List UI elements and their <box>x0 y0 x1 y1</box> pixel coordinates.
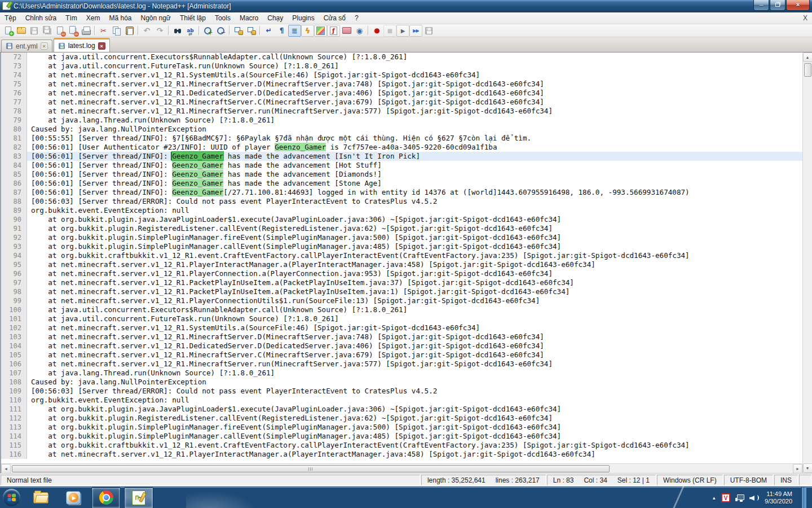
indent-guide-button[interactable] <box>288 25 301 37</box>
scroll-up-arrow-icon[interactable]: ▲ <box>803 52 812 62</box>
log-line-114[interactable]: 114 at org.bukkit.plugin.SimplePluginMan… <box>1 432 802 441</box>
menu-item-xem[interactable]: Xem <box>82 12 105 24</box>
log-line-73[interactable]: 73 at java.util.concurrent.FutureTask.ru… <box>1 62 802 71</box>
open-file-button[interactable] <box>15 25 28 37</box>
print-button[interactable] <box>80 25 92 37</box>
log-line-85[interactable]: 85[00:56:01] [Server thread/INFO]: Geenz… <box>1 170 802 179</box>
close-button[interactable] <box>54 25 67 37</box>
log-line-115[interactable]: 115 at org.bukkit.craftbukkit.v1_12_R1.e… <box>1 441 802 450</box>
log-line-105[interactable]: 105 at net.minecraft.server.v1_12_R1.Min… <box>1 351 802 360</box>
copy-button[interactable] <box>110 25 123 37</box>
log-line-97[interactable]: 97 at net.minecraft.server.v1_12_R1.Pack… <box>1 278 802 287</box>
log-line-78[interactable]: 78 at net.minecraft.server.v1_12_R1.Mine… <box>1 107 802 116</box>
close-document-x[interactable]: X <box>803 14 807 22</box>
zoom-out-button[interactable] <box>214 25 227 37</box>
function-list-button[interactable] <box>327 25 340 37</box>
status-eol-format[interactable]: Windows (CR LF) <box>657 475 723 485</box>
zoom-in-button[interactable] <box>201 25 214 37</box>
log-line-112[interactable]: 112 at org.bukkit.plugin.RegisteredListe… <box>1 414 802 423</box>
restore-button[interactable] <box>770 0 785 11</box>
close-button[interactable]: × <box>786 0 810 11</box>
log-line-98[interactable]: 98 at net.minecraft.server.v1_12_R1.Pack… <box>1 287 802 296</box>
replace-button[interactable] <box>184 25 197 37</box>
new-file-button[interactable] <box>2 25 15 37</box>
menu-item-tools[interactable]: Tools <box>210 12 235 24</box>
log-line-83[interactable]: 83[00:56:01] [Server thread/INFO]: Geenz… <box>1 152 802 161</box>
scroll-down-arrow-icon[interactable]: ▼ <box>803 463 812 473</box>
vertical-scrollbar-thumb[interactable] <box>804 63 811 77</box>
log-line-91[interactable]: 91 at org.bukkit.plugin.RegisteredListen… <box>1 224 802 233</box>
log-line-102[interactable]: 102 at net.minecraft.server.v1_12_R1.Sys… <box>1 323 802 332</box>
log-line-101[interactable]: 101 at java.util.concurrent.FutureTask.r… <box>1 314 802 323</box>
find-button[interactable] <box>171 25 184 37</box>
log-line-74[interactable]: 74 at net.minecraft.server.v1_12_R1.Syst… <box>1 71 802 80</box>
status-encoding[interactable]: UTF-8-BOM <box>724 475 773 485</box>
folder-as-workspace-button[interactable] <box>340 25 353 37</box>
log-line-108[interactable]: 108Caused by: java.lang.NullPointerExcep… <box>1 378 802 387</box>
log-line-109[interactable]: 109[00:56:03] [Server thread/ERROR]: Cou… <box>1 387 802 396</box>
log-line-86[interactable]: 86[00:56:01] [Server thread/INFO]: Geenz… <box>1 179 802 188</box>
cut-button[interactable] <box>97 25 110 37</box>
network-icon[interactable] <box>735 494 744 502</box>
log-line-75[interactable]: 75 at net.minecraft.server.v1_12_R1.Mine… <box>1 80 802 89</box>
menu-item-m-h-a[interactable]: Mã hóa <box>104 12 136 24</box>
log-line-96[interactable]: 96 at net.minecraft.server.v1_12_R1.Play… <box>1 269 802 278</box>
taskbar-google-chrome-button[interactable] <box>91 487 121 508</box>
menu-item-macro[interactable]: Macro <box>235 12 263 24</box>
macro-run-multiple-button[interactable] <box>409 25 422 37</box>
log-line-93[interactable]: 93 at org.bukkit.plugin.SimplePluginMana… <box>1 242 802 251</box>
taskbar-notepad-plus-plus-button[interactable] <box>124 487 153 508</box>
horizontal-scrollbar[interactable]: ◄ ► <box>1 463 802 473</box>
log-line-107[interactable]: 107 at java.lang.Thread.run(Unknown Sour… <box>1 369 802 378</box>
log-line-87[interactable]: 87[00:56:01] [Server thread/INFO]: Geenz… <box>1 188 802 197</box>
log-line-95[interactable]: 95 at net.minecraft.server.v1_12_R1.Play… <box>1 260 802 269</box>
log-line-106[interactable]: 106 at net.minecraft.server.v1_12_R1.Min… <box>1 360 802 369</box>
log-line-88[interactable]: 88[00:56:03] [Server thread/ERROR]: Coul… <box>1 197 802 206</box>
menu-item--[interactable]: ? <box>350 12 363 24</box>
tab-ent-yml[interactable]: ent.yml× <box>1 40 52 52</box>
log-line-92[interactable]: 92 at org.bukkit.plugin.SimplePluginMana… <box>1 233 802 242</box>
tab-close-icon[interactable]: × <box>41 42 48 50</box>
volume-icon[interactable] <box>749 494 758 502</box>
menu-item-t-p[interactable]: Tệp <box>0 12 21 24</box>
show-desktop-button[interactable] <box>801 487 806 508</box>
vertical-scrollbar[interactable]: ▲ ▼ <box>802 52 812 473</box>
tab-latest-log[interactable]: latest.log× <box>54 38 110 52</box>
menu-item-ch-nh-s-a[interactable]: Chỉnh sửa <box>21 12 61 24</box>
paste-button[interactable] <box>123 25 136 37</box>
log-line-84[interactable]: 84[00:56:01] [Server thread/INFO]: Geenz… <box>1 161 802 170</box>
status-insert-mode[interactable]: INS <box>774 475 798 485</box>
close-all-button[interactable] <box>67 25 80 37</box>
log-line-99[interactable]: 99 at net.minecraft.server.v1_12_R1.Play… <box>1 296 802 305</box>
menu-item-plugins[interactable]: Plugins <box>288 12 319 24</box>
minimize-button[interactable]: – <box>753 0 769 11</box>
log-line-82[interactable]: 82[00:56:01] [User Authenticator #23/INF… <box>1 143 802 152</box>
log-line-90[interactable]: 90 at org.bukkit.plugin.java.JavaPluginL… <box>1 215 802 224</box>
macro-play-button[interactable] <box>396 25 409 37</box>
log-line-81[interactable]: 81[00:55:55] [Server thread/INFO]: §7[§6… <box>1 134 802 143</box>
start-button[interactable] <box>0 487 23 508</box>
log-line-110[interactable]: 110org.bukkit.event.EventException: null <box>1 396 802 405</box>
menu-item-ch-y[interactable]: Chạy <box>263 12 288 24</box>
function-completion-button[interactable] <box>301 25 314 37</box>
scroll-right-arrow-icon[interactable]: ► <box>793 464 802 474</box>
menu-item-thi-t-l-p[interactable]: Thiết lập <box>175 12 210 24</box>
macro-record-button[interactable] <box>370 25 383 37</box>
taskbar-windows-explorer-button[interactable] <box>26 487 55 508</box>
vnc-tray-icon[interactable]: V <box>721 493 730 502</box>
scroll-left-arrow-icon[interactable]: ◄ <box>1 464 11 474</box>
log-line-72[interactable]: 72 at java.util.concurrent.Executors$Run… <box>1 52 802 62</box>
log-line-113[interactable]: 113 at org.bukkit.plugin.SimplePluginMan… <box>1 423 802 432</box>
log-line-104[interactable]: 104 at net.minecraft.server.v1_12_R1.Ded… <box>1 341 802 351</box>
log-line-77[interactable]: 77 at net.minecraft.server.v1_12_R1.Mine… <box>1 98 802 107</box>
log-line-89[interactable]: 89org.bukkit.event.EventException: null <box>1 206 802 215</box>
log-line-80[interactable]: 80Caused by: java.lang.NullPointerExcept… <box>1 125 802 134</box>
log-line-100[interactable]: 100 at java.util.concurrent.Executors$Ru… <box>1 305 802 314</box>
taskbar-windows-media-player-button[interactable] <box>59 487 88 508</box>
menu-item-t-m[interactable]: Tìm <box>61 12 82 24</box>
tab-close-icon[interactable]: × <box>98 42 105 50</box>
taskbar-clock[interactable]: 11:49 AM 9/30/2020 <box>765 491 792 505</box>
log-line-111[interactable]: 111 at org.bukkit.plugin.java.JavaPlugin… <box>1 405 802 414</box>
log-line-103[interactable]: 103 at net.minecraft.server.v1_12_R1.Min… <box>1 332 802 341</box>
log-line-79[interactable]: 79 at java.lang.Thread.run(Unknown Sourc… <box>1 116 802 125</box>
